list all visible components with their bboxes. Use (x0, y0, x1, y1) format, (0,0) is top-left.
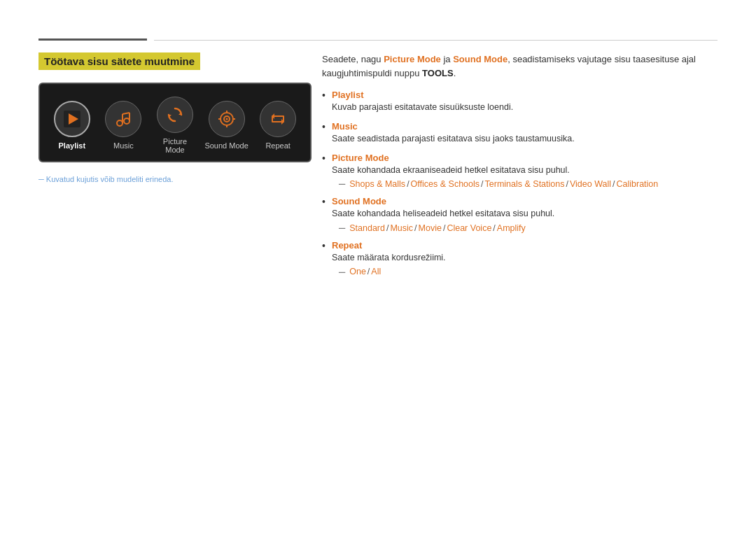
feature-playlist-desc: Kuvab parajasti esitatavate sisuüksuste … (332, 101, 718, 114)
svg-line-6 (122, 113, 130, 114)
intro-period: . (454, 68, 456, 78)
player-item-picture-mode[interactable]: Picture Mode (153, 97, 197, 154)
repeat-dash: ─ (339, 267, 345, 277)
repeat-icon (268, 109, 288, 129)
sound-mode-icon-circle (209, 101, 245, 137)
picture-mode-opt-5: Calibration (617, 179, 659, 189)
picture-mode-opt-2: Offices & Schools (411, 179, 479, 189)
intro-mid1: ja (441, 54, 453, 64)
player-item-sound-mode[interactable]: Sound Mode (204, 101, 249, 150)
intro-picture-mode: Picture Mode (384, 54, 441, 64)
feature-picture-mode: Picture Mode Saate kohandada ekraanisead… (322, 153, 718, 190)
repeat-opt-2: All (371, 267, 381, 276)
sound-mode-label: Sound Mode (204, 141, 248, 150)
playlist-icon-circle (54, 101, 90, 137)
sound-mode-icon (217, 109, 237, 129)
feature-picture-mode-desc: Saate kohandada ekraaniseadeid hetkel es… (332, 164, 718, 177)
picture-mode-sub-options: ─ Shops & Malls / Offices & Schools / Te… (332, 178, 718, 189)
repeat-opt-1: One (349, 267, 366, 276)
repeat-label: Repeat (265, 141, 290, 150)
sound-mode-dash: ─ (339, 223, 345, 233)
player-item-music[interactable]: Music (102, 101, 146, 150)
feature-repeat-desc: Saate määrata kordusrežiimi. (332, 251, 718, 265)
feature-sound-mode: Sound Mode Saate kohandada heliseadeid h… (322, 196, 718, 233)
sound-mode-opt-4: Clear Voice (447, 223, 491, 233)
player-item-repeat[interactable]: Repeat (255, 101, 300, 150)
feature-sound-mode-desc: Saate kohandada heliseadeid hetkel esita… (332, 207, 718, 220)
intro-sound-mode: Sound Mode (453, 54, 507, 64)
top-rule-right (154, 40, 718, 41)
repeat-icon-circle (260, 101, 296, 137)
feature-music-desc: Saate seadistada parajasti esitatava sis… (332, 132, 718, 146)
picture-mode-dash: ─ (339, 178, 345, 189)
svg-point-2 (117, 120, 122, 126)
player-box: Playlist Music (38, 83, 312, 162)
picture-mode-icon-circle (157, 97, 193, 133)
music-label: Music (113, 141, 134, 150)
intro-tools: TOOLS (422, 68, 454, 78)
feature-picture-mode-name: Picture Mode (332, 153, 718, 163)
sound-mode-opt-2: Music (390, 223, 413, 233)
feature-playlist-name: Playlist (332, 90, 718, 100)
feature-repeat: Repeat Saate määrata kordusrežiimi. ─ On… (322, 240, 718, 277)
feature-repeat-name: Repeat (332, 240, 718, 251)
sound-mode-opt-5: Amplify (497, 223, 526, 233)
picture-mode-opt-3: Terminals & Stations (485, 179, 565, 189)
music-icon-circle (105, 101, 141, 137)
note-text: Kuvatud kujutis võib mudeliti erineda. (38, 175, 312, 183)
playlist-label: Playlist (59, 141, 86, 150)
svg-point-11 (225, 118, 227, 120)
feature-music: Music Saate seadistada parajasti esitata… (322, 121, 718, 146)
left-column: Töötava sisu sätete muutmine Playlist (38, 52, 312, 183)
sound-mode-sub-options: ─ Standard / Music / Movie / Clear Voice… (332, 223, 718, 233)
play-icon (62, 109, 82, 129)
picture-mode-icon (165, 105, 185, 125)
intro-text: Seadete, nagu Picture Mode ja Sound Mode… (322, 52, 718, 80)
repeat-sub-options: ─ One / All (332, 267, 718, 277)
sound-mode-opt-3: Movie (419, 223, 442, 233)
top-rule-left (38, 38, 147, 41)
page-container: Töötava sisu sätete muutmine Playlist (0, 0, 756, 534)
section-title: Töötava sisu sätete muutmine (38, 52, 200, 70)
picture-mode-opt-1: Shops & Malls (349, 179, 405, 189)
svg-point-3 (124, 118, 130, 124)
picture-mode-opt-4: Video Wall (570, 179, 611, 189)
feature-sound-mode-name: Sound Mode (332, 196, 718, 206)
player-item-playlist[interactable]: Playlist (50, 101, 94, 150)
sound-mode-opt-1: Standard (349, 223, 385, 233)
picture-mode-label: Picture Mode (153, 137, 197, 154)
music-icon (113, 109, 133, 129)
feature-music-name: Music (332, 121, 718, 132)
right-column: Seadete, nagu Picture Mode ja Sound Mode… (322, 52, 718, 284)
intro-pre: Seadete, nagu (322, 54, 384, 64)
feature-list: Playlist Kuvab parajasti esitatavate sis… (322, 90, 718, 277)
feature-playlist: Playlist Kuvab parajasti esitatavate sis… (322, 90, 718, 114)
